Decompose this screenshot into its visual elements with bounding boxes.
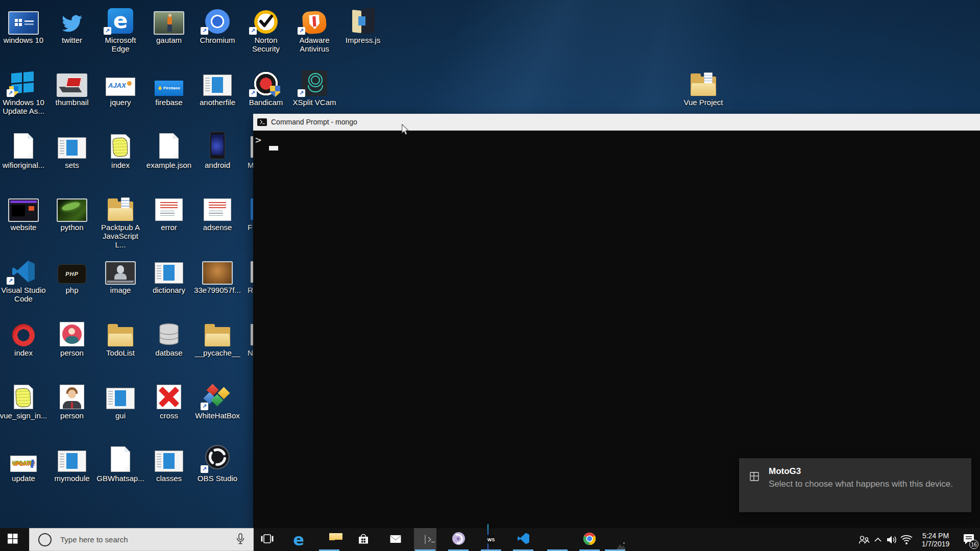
xsplit-vcam-icon: ↗ xyxy=(290,66,338,96)
desktop-icon-person-suit[interactable]: person xyxy=(48,380,96,420)
desktop-icon-php[interactable]: PHPphp xyxy=(48,254,96,294)
desktop-icon-index-opera[interactable]: index xyxy=(0,317,47,357)
desktop-icon-label: php xyxy=(48,286,96,294)
desktop-icon-label: GBWhatsap... xyxy=(96,474,144,483)
windows-logo-icon xyxy=(7,533,18,546)
desktop-icon-gbwhatsapp[interactable]: GBWhatsap... xyxy=(96,442,144,483)
desktop-icon-obs-studio[interactable]: ↗OBS Studio xyxy=(193,442,241,483)
desktop-icon-update[interactable]: UPDATE!update xyxy=(0,442,47,483)
desktop-icon-label: jquery xyxy=(96,98,144,107)
notification-toast[interactable]: MotoG3 Select to choose what happens wit… xyxy=(739,458,971,512)
taskbar: Type here to search eWS xyxy=(0,528,980,551)
desktop-icon-android[interactable]: android xyxy=(193,129,241,169)
desktop-icon-gautam[interactable]: gautam xyxy=(145,4,193,44)
action-center-button[interactable]: 16 xyxy=(958,528,980,551)
desktop-icon-label: android xyxy=(193,161,241,169)
desktop-icon-dictionary[interactable]: dictionary xyxy=(145,254,193,294)
desktop-icon-label: error xyxy=(145,223,193,232)
taskbar-webstorm-button[interactable]: WS xyxy=(480,528,502,551)
start-button[interactable] xyxy=(0,528,24,551)
desktop-icon-vue-sign-in[interactable]: vue_sign_in... xyxy=(0,380,47,420)
desktop-icon-python[interactable]: python xyxy=(48,191,96,232)
desktop-icon-website[interactable]: website xyxy=(0,191,47,232)
shortcut-arrow-icon: ↗ xyxy=(201,403,208,410)
desktop-icon-label: XSplit VCam xyxy=(290,98,338,107)
desktop-icon-windows-10[interactable]: windows 10 xyxy=(0,4,47,44)
desktop-icon-norton-security[interactable]: ↗Norton Security xyxy=(242,4,290,53)
desktop-icon-label: mymodule xyxy=(48,474,96,483)
desktop-icon-todolist[interactable]: TodoList xyxy=(96,317,144,357)
desktop-icon-firebase[interactable]: Firebasefirebase xyxy=(145,66,193,107)
desktop-icon-thumbnail[interactable]: thumbnail xyxy=(48,66,96,107)
desktop-icon-adaware-antivirus[interactable]: ↗Adaware Antivirus xyxy=(290,4,338,53)
desktop-icon-label: thumbnail xyxy=(48,98,96,107)
classes-icon xyxy=(145,442,193,472)
search-input[interactable]: Type here to search xyxy=(29,528,254,551)
desktop-icon-33e799057f[interactable]: 33e799057f... xyxy=(193,254,241,294)
desktop-icon-visual-studio-code[interactable]: ↗Visual Studio Code xyxy=(0,254,47,303)
taskbar-file-explorer-button[interactable] xyxy=(318,528,340,551)
taskbar-vs-code-button[interactable] xyxy=(512,528,534,551)
desktop-icon-packtpub-javascript[interactable]: Packtpub A JavaScript L... xyxy=(96,191,144,249)
desktop-icon-label: Packtpub A JavaScript L... xyxy=(96,223,144,249)
toast-title: MotoG3 xyxy=(769,466,801,477)
taskbar-photos-button[interactable] xyxy=(604,528,626,551)
desktop-icon-vue-project[interactable]: Vue Project xyxy=(679,66,727,107)
cmd-icon xyxy=(257,118,267,126)
desktop-icon-index-script[interactable]: index xyxy=(96,129,144,169)
desktop-icon-anotherfile[interactable]: anotherfile xyxy=(193,66,241,107)
wifi-icon[interactable] xyxy=(899,528,914,551)
desktop-icon-pycache[interactable]: __pycache__ xyxy=(193,317,241,357)
volume-icon[interactable] xyxy=(885,528,899,551)
console-prompt: > xyxy=(255,134,261,146)
desktop-icon-cross[interactable]: cross xyxy=(145,380,193,420)
taskbar-microsoft-store-button[interactable] xyxy=(352,528,375,551)
taskbar-command-prompt-button[interactable] xyxy=(414,528,436,551)
vs-code-icon xyxy=(517,532,530,547)
microphone-icon[interactable] xyxy=(235,533,246,547)
desktop-icon-adsense[interactable]: adsense xyxy=(193,191,241,232)
desktop-icon-person-red[interactable]: person xyxy=(48,317,96,357)
desktop-icon-error[interactable]: error xyxy=(145,191,193,232)
windows-10-icon xyxy=(0,4,47,34)
window-titlebar[interactable]: Command Prompt - mongo xyxy=(253,114,980,131)
desktop-icon-label: person xyxy=(48,411,96,420)
desktop-icon-label: Impress.js xyxy=(339,36,387,44)
desktop-icon-mymodule[interactable]: mymodule xyxy=(48,442,96,483)
desktop-icon-classes[interactable]: classes xyxy=(145,442,193,483)
desktop-icon-label: vue_sign_in... xyxy=(0,411,47,420)
desktop-icon-bandicam[interactable]: ↗Bandicam xyxy=(242,66,290,107)
desktop-icon-image[interactable]: image xyxy=(96,254,144,294)
desktop-icon-example-json[interactable]: example.json xyxy=(145,129,193,169)
taskbar-edge-button[interactable]: e xyxy=(287,528,310,551)
image-icon xyxy=(96,254,144,284)
taskbar-3d-viewer-button[interactable] xyxy=(546,528,569,551)
taskbar-clock[interactable]: 5:24 PM 1/7/2019 xyxy=(917,532,954,548)
microsoft-store-icon xyxy=(357,532,370,547)
desktop-icon-impress-js[interactable]: Impress.js xyxy=(339,4,387,44)
taskbar-mail-button[interactable] xyxy=(384,528,407,551)
desktop-icon-sets[interactable]: sets xyxy=(48,129,96,169)
desktop-icon-xsplit-vcam[interactable]: ↗XSplit VCam xyxy=(290,66,338,107)
desktop-icon-gui[interactable]: gui xyxy=(96,380,144,420)
desktop-icon-microsoft-edge[interactable]: ↗Microsoft Edge xyxy=(96,4,144,53)
desktop-icon-twitter[interactable]: twitter xyxy=(48,4,96,44)
desktop-icon-windows-10-update-assistant[interactable]: ↗Windows 10 Update As... xyxy=(0,66,47,115)
thumbnail-icon xyxy=(48,66,96,96)
people-icon[interactable] xyxy=(856,528,871,551)
desktop-icon-datbase[interactable]: datbase xyxy=(145,317,193,357)
desktop-icon-whitehatbox[interactable]: ↗WhiteHatBox xyxy=(193,380,241,420)
taskbar-chrome-button[interactable] xyxy=(578,528,601,551)
desktop-icon-label: person xyxy=(48,348,96,357)
firebase-icon: Firebase xyxy=(145,66,193,96)
hidden-icons-chevron-icon[interactable] xyxy=(871,528,885,551)
taskbar-task-view-button[interactable] xyxy=(256,528,278,551)
desktop-icon-wifioriginal[interactable]: wifioriginal... xyxy=(0,129,47,169)
taskbar-bittorrent-button[interactable] xyxy=(447,528,470,551)
desktop-icon-label: sets xyxy=(48,161,96,169)
ajax-logo-text: AJAX xyxy=(108,82,126,89)
desktop-icon-jquery[interactable]: AJAXjquery xyxy=(96,66,144,107)
desktop-icon-label: wifioriginal... xyxy=(0,161,47,169)
shortcut-arrow-icon: ↗ xyxy=(7,277,14,285)
desktop-icon-chromium[interactable]: ↗Chromium xyxy=(193,4,241,44)
